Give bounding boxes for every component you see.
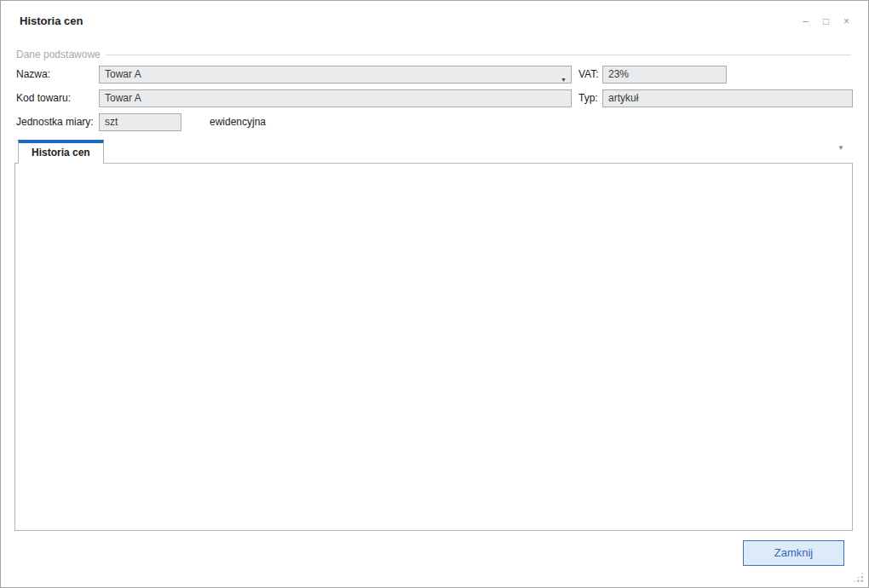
kod-towaru-label: Kod towaru: [16,89,71,107]
jednostka-miary-suffix: ewidencyjna [210,113,266,131]
close-icon[interactable]: × [840,14,853,27]
maximize-icon[interactable]: □ [820,14,832,27]
dialog-historia-cen: Historia cen – □ × Dane podstawowe Nazwa… [0,0,869,588]
nazwa-combobox[interactable]: Towar A ▼ [99,66,572,84]
window-controls: – □ × [799,14,853,27]
zamknij-button[interactable]: Zamknij [743,540,844,566]
groupbox-divider [106,55,851,55]
kod-towaru-value: Towar A [105,92,141,104]
groupbox-title: Dane podstawowe [16,49,106,61]
jednostka-miary-label: Jednostka miary: [16,113,94,131]
vat-value: 23% [608,68,629,80]
jednostka-miary-field[interactable]: szt [99,113,181,131]
typ-field[interactable]: artykuł [602,89,853,107]
tab-historia-cen[interactable]: Historia cen [18,140,104,164]
typ-label: Typ: [578,89,598,107]
kod-towaru-field[interactable]: Towar A [99,89,572,107]
minimize-icon[interactable]: – [799,14,812,27]
resize-grip[interactable] [853,572,864,583]
vat-label: VAT: [578,66,599,84]
vat-field[interactable]: 23% [602,66,727,84]
chevron-down-icon[interactable]: ▼ [561,72,567,84]
tab-panel [14,163,853,531]
typ-value: artykuł [608,92,638,104]
jednostka-miary-value: szt [105,116,118,128]
groupbox-dane-podstawowe: Dane podstawowe [16,49,851,61]
window-title: Historia cen [20,14,83,27]
tab-overflow-icon[interactable]: ▼ [837,144,844,152]
nazwa-label: Nazwa: [16,66,50,84]
nazwa-value: Towar A [105,68,141,80]
